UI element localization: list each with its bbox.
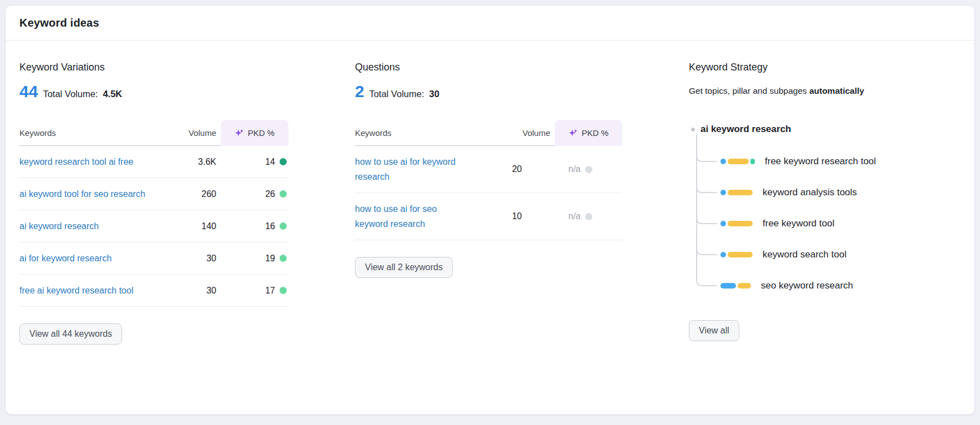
ai-sparkle-icon: [568, 128, 578, 138]
volume-value: 30: [158, 286, 216, 296]
variations-count: 44: [19, 82, 38, 101]
total-volume-value: 4.5K: [103, 89, 122, 99]
pkd-dot: [280, 190, 287, 198]
child-keyword: keyword analysis tools: [763, 187, 857, 198]
volume-value: 20: [464, 164, 522, 174]
keyword-link[interactable]: ai keyword tool for seo research: [19, 186, 158, 201]
keyword-ideas-card: Keyword ideas Keyword Variations 44 Tota…: [6, 6, 974, 414]
section-title-variations: Keyword Variations: [19, 62, 288, 73]
pkd-value: 19: [265, 254, 275, 264]
pkd-dot: [585, 166, 592, 173]
view-all-variations-button[interactable]: View all 44 keywords: [19, 323, 122, 345]
child-keyword: keyword search tool: [763, 249, 846, 260]
volume-value: 10: [464, 211, 522, 221]
questions-section: Questions 2 Total Volume: 30 Keywords Vo…: [355, 62, 622, 345]
questions-stat: 2 Total Volume: 30: [355, 82, 622, 101]
volume-column-header: Volume: [492, 128, 550, 138]
strategy-tree: ai keyword research free keyword researc…: [689, 122, 961, 301]
table-row: how to use ai for keyword research 20 n/…: [355, 146, 622, 193]
keyword-link[interactable]: free ai keyword research tool: [19, 283, 158, 298]
pkd-column-header[interactable]: PKD %: [555, 120, 622, 146]
table-row: ai for keyword research 30 19: [19, 242, 288, 275]
pkd-value: 26: [265, 189, 275, 199]
child-keyword: free keyword research tool: [765, 156, 876, 167]
pkd-cell: 19: [216, 254, 288, 264]
strategy-subtitle-bold: automatically: [809, 86, 864, 95]
keyword-link[interactable]: how to use ai for seo keyword research: [355, 201, 464, 231]
volume-value: 30: [158, 254, 216, 264]
questions-count: 2: [355, 82, 364, 101]
variations-stat: 44 Total Volume: 4.5K: [19, 82, 288, 101]
tree-child-node: free keyword research tool: [720, 146, 961, 177]
pkd-cell: 26: [216, 189, 288, 199]
total-volume-label: Total Volume:: [369, 89, 424, 99]
keywords-column-header: Keywords: [19, 128, 158, 138]
strategy-subtitle: Get topics, pillar and subpages automati…: [689, 86, 961, 96]
questions-table-header: Keywords Volume PKD %: [355, 120, 622, 146]
page-structure-bar-icon: [720, 221, 753, 226]
card-content: Keyword Variations 44 Total Volume: 4.5K…: [6, 41, 974, 345]
volume-column-header: Volume: [158, 128, 216, 138]
variations-table-header: Keywords Volume PKD %: [19, 120, 288, 146]
pkd-cell: n/a: [522, 211, 594, 221]
keyword-link[interactable]: keyword research tool ai free: [19, 154, 158, 169]
pkd-value: 17: [265, 286, 275, 296]
tree-root-node: ai keyword research: [689, 122, 961, 137]
section-title-questions: Questions: [355, 62, 622, 73]
section-title-strategy: Keyword Strategy: [689, 62, 961, 73]
view-all-questions-button[interactable]: View all 2 keywords: [355, 257, 453, 278]
pkd-cell: 16: [216, 221, 288, 231]
table-row: free ai keyword research tool 30 17: [19, 275, 288, 307]
tree-child-node: keyword analysis tools: [720, 177, 961, 208]
keyword-link[interactable]: ai keyword research: [19, 219, 158, 234]
pkd-cell: n/a: [522, 164, 594, 174]
pkd-value: 16: [265, 221, 275, 231]
tree-children: free keyword research tool keyword analy…: [720, 146, 961, 301]
pkd-header-label: PKD %: [582, 128, 608, 138]
pkd-cell: 17: [216, 286, 288, 296]
root-node-icon: [691, 128, 695, 131]
keyword-link[interactable]: how to use ai for keyword research: [355, 154, 464, 184]
keyword-variations-section: Keyword Variations 44 Total Volume: 4.5K…: [19, 62, 288, 345]
pkd-header-label: PKD %: [248, 128, 275, 138]
keywords-column-header: Keywords: [355, 128, 492, 138]
volume-value: 140: [158, 221, 216, 231]
tree-child-node: free keyword tool: [720, 208, 961, 239]
keyword-strategy-section: Keyword Strategy Get topics, pillar and …: [689, 62, 961, 345]
tree-child-node: keyword search tool: [720, 239, 961, 270]
pkd-cell: 14: [216, 157, 288, 167]
table-row: ai keyword research 140 16: [19, 210, 288, 242]
view-all-strategy-button[interactable]: View all: [689, 320, 739, 341]
page-structure-bar-icon: [720, 159, 755, 164]
total-volume-value: 30: [429, 89, 439, 99]
pkd-value: 14: [265, 157, 275, 167]
keyword-link[interactable]: ai for keyword research: [19, 251, 158, 266]
pkd-column-header[interactable]: PKD %: [221, 120, 288, 146]
ai-sparkle-icon: [235, 128, 244, 138]
card-header: Keyword ideas: [6, 6, 974, 41]
total-volume-label: Total Volume:: [43, 89, 98, 99]
page-structure-bar-icon: [720, 283, 751, 289]
pkd-dot: [280, 287, 287, 294]
root-keyword: ai keyword research: [700, 124, 791, 135]
pkd-value: n/a: [568, 211, 581, 221]
pkd-dot: [280, 222, 287, 230]
pkd-dot: [280, 255, 287, 262]
page-structure-bar-icon: [720, 190, 753, 195]
pkd-value: n/a: [568, 164, 581, 174]
table-row: how to use ai for seo keyword research 1…: [355, 193, 622, 240]
volume-value: 3.6K: [158, 157, 216, 167]
child-keyword: seo keyword research: [761, 280, 853, 291]
pkd-dot: [585, 213, 592, 220]
table-row: keyword research tool ai free 3.6K 14: [19, 146, 288, 178]
table-row: ai keyword tool for seo research 260 26: [19, 178, 288, 210]
volume-value: 260: [158, 189, 216, 199]
tree-child-node: seo keyword research: [720, 270, 961, 301]
pkd-dot: [280, 158, 287, 165]
page-structure-bar-icon: [720, 252, 753, 257]
page-title: Keyword ideas: [19, 17, 99, 29]
strategy-subtitle-text: Get topics, pillar and subpages: [689, 86, 809, 95]
child-keyword: free keyword tool: [763, 218, 834, 229]
